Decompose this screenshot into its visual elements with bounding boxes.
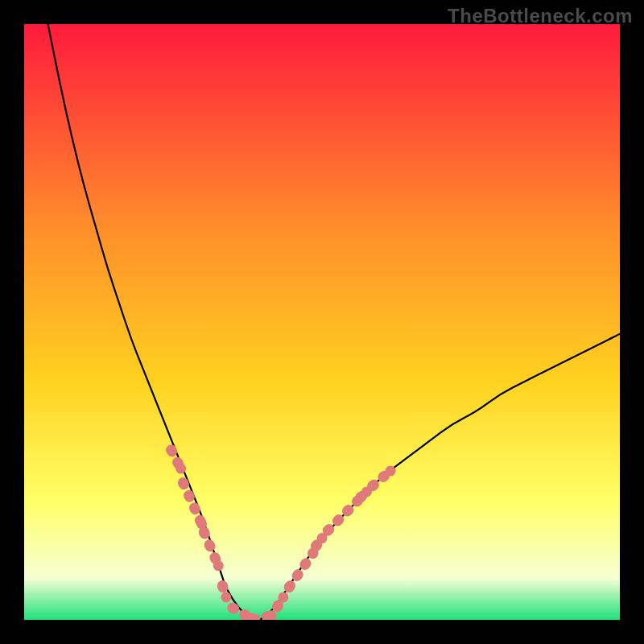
gradient-background: [24, 24, 620, 620]
accent-cap: [166, 445, 176, 456]
watermark-text: TheBottleneck.com: [448, 5, 633, 27]
accent-cap: [221, 592, 231, 602]
plot-svg: [24, 24, 620, 620]
accent-cap: [199, 527, 209, 538]
accent-cap: [178, 477, 188, 488]
accent-cap: [284, 582, 295, 592]
accent-cap: [175, 464, 186, 474]
accent-cap: [217, 580, 228, 591]
accent-cap: [386, 466, 396, 477]
accent-cap: [228, 603, 238, 613]
accent-cap: [272, 601, 283, 612]
chart-stage: TheBottleneck.com: [0, 0, 644, 644]
accent-cap: [278, 592, 288, 602]
accent-cap: [213, 560, 224, 571]
accent-cap: [323, 526, 333, 536]
accent-cap: [367, 481, 378, 491]
plot-frame: [24, 24, 620, 620]
